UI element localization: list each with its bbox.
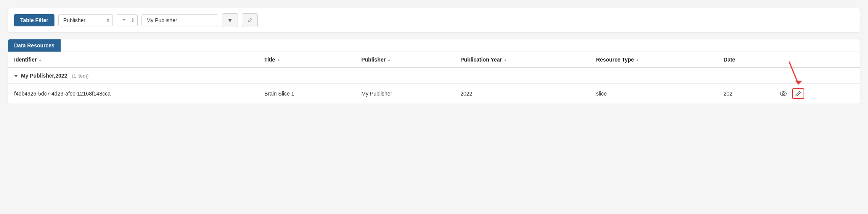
col-header-identifier[interactable]: Identifier ▲: [8, 52, 258, 68]
cell-resource-type: slice: [590, 84, 717, 104]
data-table: Identifier ▲ Title ▲ Publisher ▲: [8, 52, 860, 104]
cell-publication-year: 2022: [454, 84, 590, 104]
cell-actions: [772, 84, 860, 104]
data-resources-panel: Data Resources Identifier ▲ Title ▲: [8, 39, 860, 104]
clear-filter-button[interactable]: [242, 13, 258, 27]
col-header-resource-type[interactable]: Resource Type ▲: [590, 52, 717, 68]
svg-point-0: [780, 92, 786, 96]
filter-panel: Table Filter PublisherTitleIdentifierPub…: [8, 8, 860, 33]
red-arrow-indicator: [785, 60, 808, 90]
group-row-cell: My Publisher,2022 (1 item): [8, 68, 860, 84]
eye-icon: [780, 90, 787, 97]
apply-filter-button[interactable]: [222, 13, 238, 27]
field-select[interactable]: PublisherTitleIdentifierPublication Year…: [58, 14, 113, 26]
cell-publisher: My Publisher: [355, 84, 454, 104]
col-header-publisher[interactable]: Publisher ▲: [355, 52, 454, 68]
cell-title: Brain Slice 1: [258, 84, 355, 104]
table-body: My Publisher,2022 (1 item) f4db4926-5dc7…: [8, 68, 860, 104]
svg-point-1: [782, 92, 784, 94]
chevron-down-icon[interactable]: [14, 75, 18, 77]
col-header-publication-year[interactable]: Publication Year ▲: [454, 52, 590, 68]
col-header-title[interactable]: Title ▲: [258, 52, 355, 68]
filter-value-input[interactable]: [141, 14, 218, 26]
action-cell: [778, 88, 854, 99]
field-select-wrapper: PublisherTitleIdentifierPublication Year…: [58, 14, 113, 26]
operator-select-wrapper: =!=<>: [117, 14, 138, 26]
edit-icon: [795, 91, 801, 97]
sort-icon-publisher: ▲: [387, 58, 391, 62]
filter-bar: Table Filter PublisherTitleIdentifierPub…: [8, 8, 860, 32]
table-filter-label: Table Filter: [14, 14, 55, 26]
eraser-icon: [248, 17, 252, 23]
cell-date: 202: [717, 84, 772, 104]
filter-icon: [228, 17, 232, 23]
sort-icon-identifier: ▲: [38, 58, 42, 62]
sort-icon-publication-year: ▲: [503, 58, 507, 62]
table-row: f4db4926-5dc7-4d23-afec-12168f148cca Bra…: [8, 84, 860, 104]
col-header-date[interactable]: Date: [717, 52, 772, 68]
table-header: Identifier ▲ Title ▲ Publisher ▲: [8, 52, 860, 68]
edit-button-wrapper: [792, 88, 804, 99]
operator-select[interactable]: =!=<>: [117, 14, 138, 26]
cell-identifier: f4db4926-5dc7-4d23-afec-12168f148cca: [8, 84, 258, 104]
data-panel-header: Data Resources: [8, 39, 860, 52]
group-row: My Publisher,2022 (1 item): [8, 68, 860, 84]
sort-icon-title: ▲: [276, 58, 280, 62]
svg-marker-3: [795, 81, 802, 84]
sort-icon-resource-type: ▲: [635, 58, 639, 62]
data-resources-label: Data Resources: [8, 39, 61, 52]
group-count: (1 item): [72, 73, 88, 79]
